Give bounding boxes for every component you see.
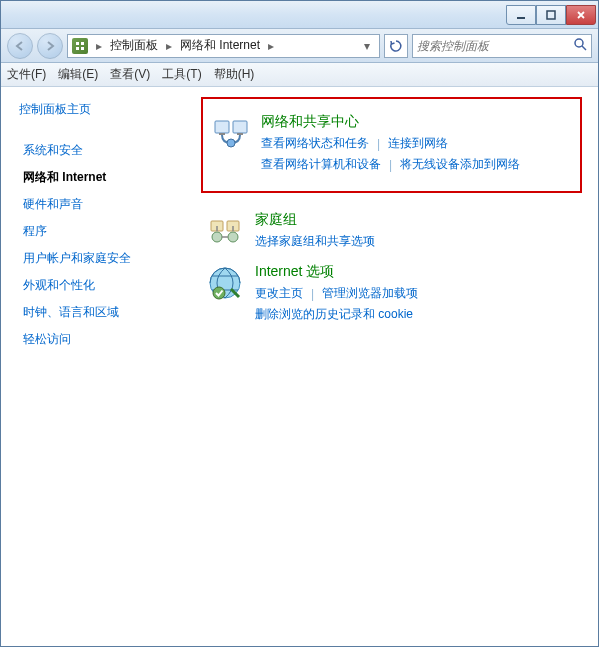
minimize-button[interactable] [506, 5, 536, 25]
svg-rect-2 [76, 42, 79, 45]
svg-point-16 [228, 232, 238, 242]
search-icon[interactable] [573, 37, 587, 54]
category-link[interactable]: 将无线设备添加到网络 [400, 156, 520, 173]
menu-file[interactable]: 文件(F) [7, 66, 46, 83]
breadcrumb-separator-icon[interactable]: ▸ [92, 39, 106, 53]
titlebar [1, 1, 598, 29]
back-button[interactable] [7, 33, 33, 59]
refresh-button[interactable] [384, 34, 408, 58]
svg-point-15 [212, 232, 222, 242]
category: Internet 选项更改主页|管理浏览器加载项删除浏览的历史记录和 cooki… [201, 257, 582, 329]
sidebar-heading[interactable]: 控制面板主页 [19, 101, 191, 118]
menu-edit[interactable]: 编辑(E) [58, 66, 98, 83]
sidebar-item[interactable]: 外观和个性化 [19, 277, 191, 294]
sidebar-item[interactable]: 用户帐户和家庭安全 [19, 250, 191, 267]
link-separator: | [303, 287, 322, 301]
sidebar-item[interactable]: 硬件和声音 [19, 196, 191, 213]
sidebar-item[interactable]: 程序 [19, 223, 191, 240]
sidebar: 控制面板主页 系统和安全网络和 Internet硬件和声音程序用户帐户和家庭安全… [1, 87, 201, 646]
breadcrumb-item[interactable]: 网络和 Internet [180, 37, 260, 54]
category-title[interactable]: 家庭组 [255, 211, 582, 229]
category-link[interactable]: 选择家庭组和共享选项 [255, 233, 375, 250]
category-link[interactable]: 更改主页 [255, 285, 303, 302]
category-link[interactable]: 连接到网络 [388, 135, 448, 152]
category: 家庭组选择家庭组和共享选项 [201, 205, 582, 257]
sidebar-item[interactable]: 轻松访问 [19, 331, 191, 348]
control-panel-icon [72, 38, 88, 54]
svg-rect-10 [219, 133, 225, 135]
menu-view[interactable]: 查看(V) [110, 66, 150, 83]
breadcrumb-separator-icon[interactable]: ▸ [162, 39, 176, 53]
category-icon [205, 211, 245, 251]
category-links: 选择家庭组和共享选项 [255, 233, 582, 250]
address-row: ▸ 控制面板 ▸ 网络和 Internet ▸ ▾ [1, 29, 598, 63]
address-box[interactable]: ▸ 控制面板 ▸ 网络和 Internet ▸ ▾ [67, 34, 380, 58]
forward-button[interactable] [37, 33, 63, 59]
category-link[interactable]: 查看网络计算机和设备 [261, 156, 381, 173]
category-icon [205, 263, 245, 303]
category-link[interactable]: 查看网络状态和任务 [261, 135, 369, 152]
svg-line-7 [582, 46, 586, 50]
category-link[interactable]: 管理浏览器加载项 [322, 285, 418, 302]
category-icon [211, 113, 251, 153]
content-pane: 网络和共享中心查看网络状态和任务|连接到网络查看网络计算机和设备|将无线设备添加… [201, 87, 598, 646]
svg-rect-8 [215, 121, 229, 133]
category-link[interactable]: 删除浏览的历史记录和 cookie [255, 306, 413, 323]
sidebar-item[interactable]: 网络和 Internet [19, 169, 191, 186]
body: 控制面板主页 系统和安全网络和 Internet硬件和声音程序用户帐户和家庭安全… [1, 87, 598, 646]
svg-point-12 [227, 139, 235, 147]
maximize-button[interactable] [536, 5, 566, 25]
address-dropdown-icon[interactable]: ▾ [359, 39, 375, 53]
highlight-box: 网络和共享中心查看网络状态和任务|连接到网络查看网络计算机和设备|将无线设备添加… [201, 97, 582, 193]
svg-rect-1 [547, 11, 555, 19]
breadcrumb-item[interactable]: 控制面板 [110, 37, 158, 54]
window-frame: ▸ 控制面板 ▸ 网络和 Internet ▸ ▾ 文件(F) 编辑(E) 查看… [0, 0, 599, 647]
link-separator: | [369, 137, 388, 151]
menu-bar: 文件(F) 编辑(E) 查看(V) 工具(T) 帮助(H) [1, 63, 598, 87]
breadcrumb-separator-icon[interactable]: ▸ [264, 39, 278, 53]
sidebar-item[interactable]: 系统和安全 [19, 142, 191, 159]
search-box[interactable] [412, 34, 592, 58]
window-controls [506, 5, 596, 25]
link-separator: | [381, 158, 400, 172]
search-input[interactable] [417, 39, 573, 53]
sidebar-item[interactable]: 时钟、语言和区域 [19, 304, 191, 321]
menu-tools[interactable]: 工具(T) [162, 66, 201, 83]
category: 网络和共享中心查看网络状态和任务|连接到网络查看网络计算机和设备|将无线设备添加… [207, 107, 568, 179]
category-links: 更改主页|管理浏览器加载项删除浏览的历史记录和 cookie [255, 285, 582, 323]
menu-help[interactable]: 帮助(H) [214, 66, 255, 83]
close-button[interactable] [566, 5, 596, 25]
svg-rect-11 [237, 133, 243, 135]
svg-rect-9 [233, 121, 247, 133]
svg-rect-0 [517, 17, 525, 19]
category-title[interactable]: Internet 选项 [255, 263, 582, 281]
category-links: 查看网络状态和任务|连接到网络查看网络计算机和设备|将无线设备添加到网络 [261, 135, 568, 173]
category-title[interactable]: 网络和共享中心 [261, 113, 568, 131]
svg-rect-5 [81, 47, 84, 50]
svg-rect-4 [76, 47, 79, 50]
svg-point-18 [213, 287, 225, 299]
svg-rect-3 [81, 42, 84, 45]
svg-point-6 [575, 39, 583, 47]
